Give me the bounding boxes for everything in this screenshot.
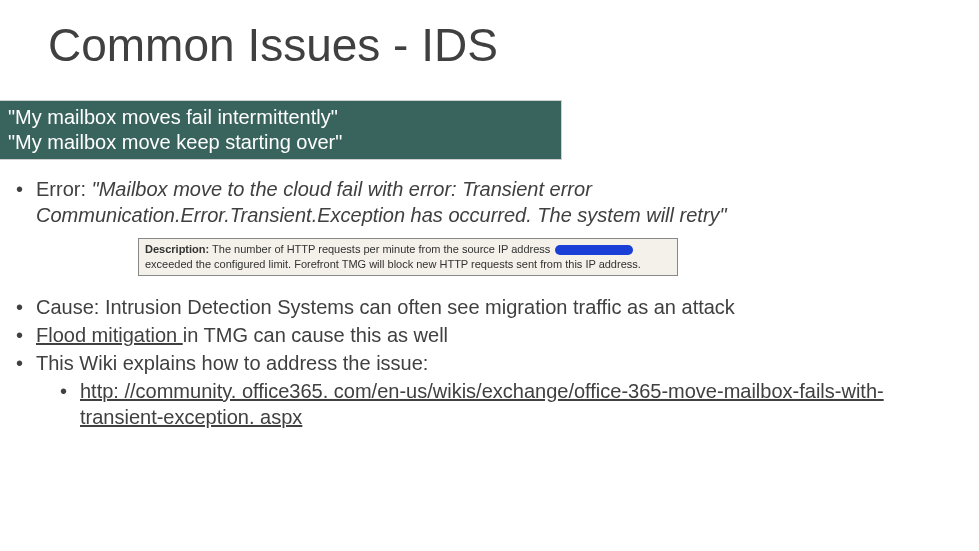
description-before: The number of HTTP requests per minute f… [209,243,553,255]
bullet-flood: Flood mitigation in TMG can cause this a… [14,322,959,348]
bullet-error: Error: "Mailbox move to the cloud fail w… [14,176,959,276]
wiki-text: This Wiki explains how to address the is… [36,352,428,374]
content-area: Error: "Mailbox move to the cloud fail w… [14,176,959,432]
quote-box: "My mailbox moves fail intermittently" "… [0,100,562,160]
bullet-url: http: //community. office365. com/en-us/… [58,378,959,430]
flood-rest: in TMG can cause this as well [183,324,448,346]
quote-line-1: "My mailbox moves fail intermittently" [8,105,553,130]
flood-mitigation-link[interactable]: Flood mitigation [36,324,183,346]
redacted-ip [555,245,633,255]
description-after: exceeded the configured limit. Forefront… [145,258,641,270]
error-label: Error: [36,178,92,200]
wiki-url-link[interactable]: http: //community. office365. com/en-us/… [80,380,884,428]
slide: Common Issues - IDS "My mailbox moves fa… [0,0,979,551]
quote-line-2: "My mailbox move keep starting over" [8,130,553,155]
bullet-wiki: This Wiki explains how to address the is… [14,350,959,430]
description-box: Description: The number of HTTP requests… [138,238,678,276]
bullet-cause: Cause: Intrusion Detection Systems can o… [14,294,959,320]
description-label: Description: [145,243,209,255]
slide-title: Common Issues - IDS [48,18,498,72]
error-text: "Mailbox move to the cloud fail with err… [36,178,727,226]
